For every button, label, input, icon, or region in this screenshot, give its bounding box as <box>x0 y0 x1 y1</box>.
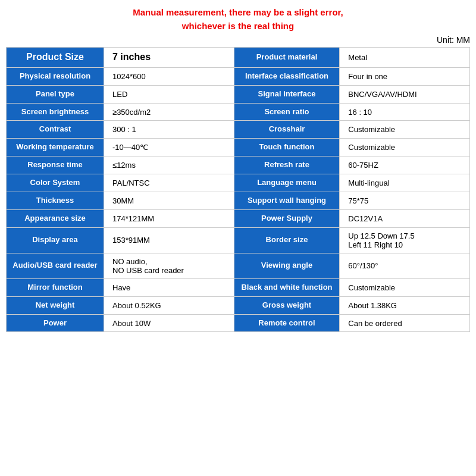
note-line1: Manual measurement, there may be a sligh… <box>133 7 343 17</box>
right-value-cell: DC12V1A <box>340 209 470 227</box>
left-label-cell: Panel type <box>7 85 104 103</box>
left-label-cell: Product Size <box>7 48 104 68</box>
right-label-cell: Screen ratio <box>234 103 340 121</box>
left-value-cell: 153*91MM <box>104 227 234 253</box>
right-value-cell: 60°/130° <box>340 253 470 278</box>
table-row: Audio/USB card readerNO audio, NO USB ca… <box>7 253 470 278</box>
left-label-cell: Net weight <box>7 296 104 314</box>
right-label-cell: Interface classification <box>234 67 340 85</box>
right-label-cell: Language menu <box>234 174 340 192</box>
table-row: Contrast300 : 1CrosshairCustomizable <box>7 121 470 139</box>
table-row: Appearance size174*121MMPower SupplyDC12… <box>7 209 470 227</box>
right-label-cell: Gross weight <box>234 296 340 314</box>
right-value-cell: 16 : 10 <box>340 103 470 121</box>
table-row: Working temperature-10—40℃Touch function… <box>7 139 470 156</box>
left-value-cell: 174*121MM <box>104 209 234 227</box>
left-label-cell: Thickness <box>7 192 104 210</box>
left-value-cell: -10—40℃ <box>104 139 234 156</box>
table-row: Response time≤12msRefresh rate60-75HZ <box>7 156 470 174</box>
table-row: Display area153*91MMBorder sizeUp 12.5 D… <box>7 227 470 253</box>
right-label-cell: Refresh rate <box>234 156 340 174</box>
table-row: Panel typeLEDSignal interfaceBNC/VGA/AV/… <box>7 85 470 103</box>
left-value-cell: 7 inches <box>104 48 234 68</box>
left-value-cell: ≤12ms <box>104 156 234 174</box>
right-label-cell: Power Supply <box>234 209 340 227</box>
right-value-cell: Up 12.5 Down 17.5 Left 11 Right 10 <box>340 227 470 253</box>
right-label-cell: Crosshair <box>234 121 340 139</box>
unit-label: Unit: MM <box>6 35 470 45</box>
left-label-cell: Display area <box>7 227 104 253</box>
right-value-cell: Customizable <box>340 278 470 296</box>
left-value-cell: About 0.52KG <box>104 296 234 314</box>
left-value-cell: 1024*600 <box>104 67 234 85</box>
right-label-cell: Remote control <box>234 314 340 332</box>
left-label-cell: Response time <box>7 156 104 174</box>
left-value-cell: NO audio, NO USB card reader <box>104 253 234 278</box>
table-row: Mirror functionHaveBlack and white funct… <box>7 278 470 296</box>
left-value-cell: PAL/NTSC <box>104 174 234 192</box>
right-value-cell: BNC/VGA/AV/HDMI <box>340 85 470 103</box>
right-label-cell: Support wall hanging <box>234 192 340 210</box>
left-label-cell: Color System <box>7 174 104 192</box>
right-value-cell: Metal <box>340 48 470 68</box>
table-row: Color SystemPAL/NTSCLanguage menuMulti-l… <box>7 174 470 192</box>
left-value-cell: ≥350cd/m2 <box>104 103 234 121</box>
right-value-cell: 60-75HZ <box>340 156 470 174</box>
right-value-cell: Customizable <box>340 121 470 139</box>
table-row: Screen brightness≥350cd/m2Screen ratio16… <box>7 103 470 121</box>
left-value-cell: LED <box>104 85 234 103</box>
left-label-cell: Mirror function <box>7 278 104 296</box>
table-row: Product Size7 inchesProduct materialMeta… <box>7 48 470 68</box>
table-row: PowerAbout 10WRemote controlCan be order… <box>7 314 470 332</box>
spec-table: Product Size7 inchesProduct materialMeta… <box>6 47 470 332</box>
left-value-cell: Have <box>104 278 234 296</box>
left-value-cell: 300 : 1 <box>104 121 234 139</box>
right-label-cell: Signal interface <box>234 85 340 103</box>
table-row: Thickness30MMSupport wall hanging75*75 <box>7 192 470 210</box>
note-line2: whichever is the real thing <box>182 21 294 31</box>
right-label-cell: Touch function <box>234 139 340 156</box>
right-value-cell: 75*75 <box>340 192 470 210</box>
left-label-cell: Screen brightness <box>7 103 104 121</box>
header-note: Manual measurement, there may be a sligh… <box>6 6 470 33</box>
right-value-cell: Can be ordered <box>340 314 470 332</box>
right-value-cell: Customizable <box>340 139 470 156</box>
right-value-cell: About 1.38KG <box>340 296 470 314</box>
right-label-cell: Product material <box>234 48 340 68</box>
left-label-cell: Audio/USB card reader <box>7 253 104 278</box>
right-label-cell: Black and white function <box>234 278 340 296</box>
left-label-cell: Appearance size <box>7 209 104 227</box>
right-value-cell: Four in one <box>340 67 470 85</box>
left-label-cell: Physical resolution <box>7 67 104 85</box>
left-label-cell: Power <box>7 314 104 332</box>
left-value-cell: 30MM <box>104 192 234 210</box>
left-value-cell: About 10W <box>104 314 234 332</box>
table-row: Net weightAbout 0.52KGGross weightAbout … <box>7 296 470 314</box>
left-label-cell: Working temperature <box>7 139 104 156</box>
left-label-cell: Contrast <box>7 121 104 139</box>
right-label-cell: Viewing angle <box>234 253 340 278</box>
right-value-cell: Multi-lingual <box>340 174 470 192</box>
right-label-cell: Border size <box>234 227 340 253</box>
table-row: Physical resolution1024*600Interface cla… <box>7 67 470 85</box>
